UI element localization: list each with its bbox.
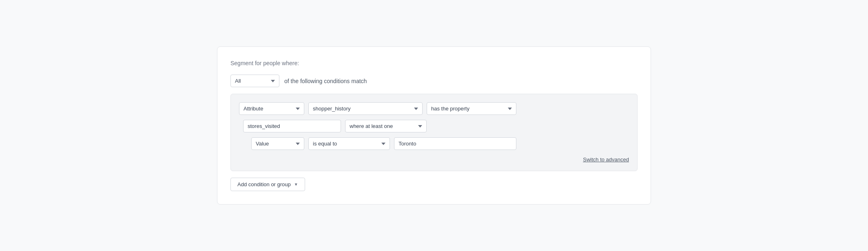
stores-visited-input[interactable] [243, 120, 341, 132]
top-row: All Any None of the following conditions… [230, 75, 638, 87]
condition-row-2: where at least one where all where none [239, 120, 629, 132]
condition-group: Attribute Event Profile shopper_history … [230, 94, 638, 171]
condition-footer: Switch to advanced [239, 156, 629, 163]
segment-builder: Segment for people where: All Any None o… [217, 46, 651, 205]
attribute-type-select[interactable]: Attribute Event Profile [239, 102, 304, 115]
property-name-select[interactable]: shopper_history purchase_history browsin… [308, 102, 423, 115]
value-input[interactable] [394, 137, 516, 150]
operator-select[interactable]: is equal to is not equal to contains doe… [308, 137, 390, 150]
chevron-down-icon: ▼ [294, 182, 298, 187]
condition-row-1: Attribute Event Profile shopper_history … [239, 102, 629, 115]
value-type-select[interactable]: Value Property Date [251, 137, 304, 150]
all-select[interactable]: All Any None [230, 75, 279, 87]
has-property-select[interactable]: has the property does not have the prope… [427, 102, 516, 115]
condition-row-3: Value Property Date is equal to is not e… [239, 137, 629, 150]
conditions-match-text: of the following conditions match [284, 78, 367, 84]
switch-to-advanced-button[interactable]: Switch to advanced [583, 156, 629, 163]
add-condition-button[interactable]: Add condition or group ▼ [230, 178, 305, 191]
where-at-least-select[interactable]: where at least one where all where none [345, 120, 427, 132]
add-condition-label: Add condition or group [237, 181, 291, 187]
segment-header-label: Segment for people where: [230, 60, 638, 66]
add-condition-row: Add condition or group ▼ [230, 178, 638, 191]
